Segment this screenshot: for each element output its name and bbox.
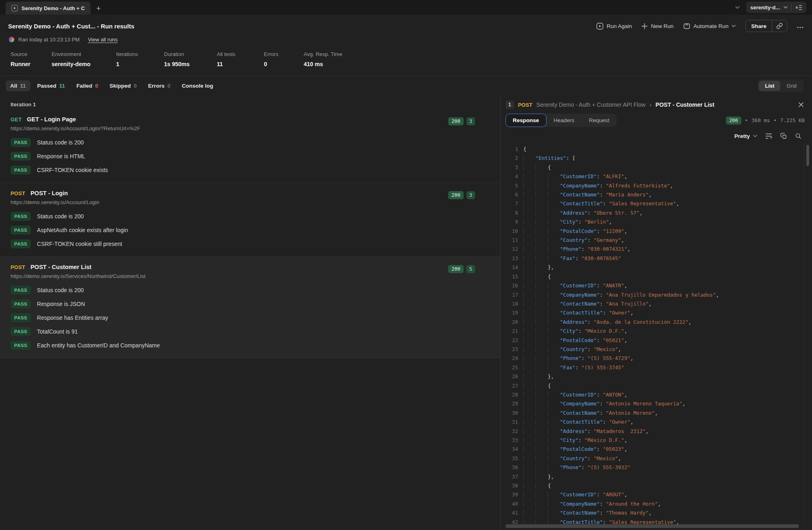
- code-line: 27 {: [501, 381, 812, 390]
- code-text: "CustomerID": "ANTON",: [523, 390, 627, 399]
- stat-label: Environment: [52, 51, 116, 57]
- code-text: "Country": "Mexico",: [523, 345, 621, 354]
- chevron-down-icon: [732, 25, 736, 27]
- line-number: 27: [501, 381, 523, 390]
- line-number: 2: [501, 154, 523, 163]
- stat-column: Avg. Resp. Time410 ms: [304, 51, 369, 67]
- stat-column: All tests11: [217, 51, 264, 67]
- status-code-badge: 200: [448, 117, 464, 125]
- line-number: 18: [501, 299, 523, 308]
- request-header: GETGET - Login Page: [11, 116, 492, 123]
- code-text: "PostalCode": "05021",: [523, 336, 627, 345]
- filter-console-log[interactable]: Console log: [177, 80, 218, 91]
- line-number: 41: [501, 508, 523, 517]
- line-number: 16: [501, 281, 523, 290]
- horizontal-scrollbar-thumb[interactable]: [505, 524, 799, 528]
- divider: [791, 4, 792, 11]
- request-result[interactable]: POSTPOST - Login2003https://demo.serenit…: [0, 183, 500, 256]
- line-number: 31: [501, 418, 523, 427]
- line-number: 39: [501, 490, 523, 499]
- more-options-icon[interactable]: ...: [797, 22, 804, 30]
- line-number: 13: [501, 254, 523, 263]
- code-text: "ContactName": "Antonio Moreno",: [523, 409, 658, 418]
- request-result[interactable]: GETGET - Login Page2003https://demo.sere…: [0, 109, 500, 183]
- test-name: Response is HTML: [37, 153, 85, 159]
- test-name: AspNetAuth cookie exists after login: [37, 227, 128, 233]
- line-number: 6: [501, 190, 523, 199]
- filter-passed[interactable]: Passed11: [33, 80, 70, 91]
- vertical-scrollbar-thumb[interactable]: [806, 145, 809, 166]
- code-text: "PostalCode": "12209",: [523, 227, 627, 236]
- status-code-badge: 200: [726, 116, 741, 125]
- filter-count: 0: [134, 83, 137, 89]
- automate-icon: [683, 23, 690, 30]
- workspace-selector[interactable]: serenity-d...: [746, 2, 806, 13]
- view-option-grid[interactable]: Grid: [780, 81, 803, 91]
- new-tab-button[interactable]: +: [96, 4, 101, 12]
- tab-headers[interactable]: Headers: [546, 114, 582, 127]
- test-count-badge: 3: [466, 191, 475, 199]
- search-icon[interactable]: [795, 133, 801, 139]
- code-line: 30 "ContactName": "Antonio Moreno",: [501, 409, 812, 418]
- breadcrumb-request-name: POST - Customer List: [656, 101, 715, 108]
- view-all-runs-link[interactable]: View all runs: [88, 37, 117, 43]
- code-line: 6 "ContactName": "Maria Anders",: [501, 190, 812, 199]
- format-label: Pretty: [734, 133, 750, 139]
- stat-column: Environmentserenity-demo: [52, 51, 116, 67]
- copy-link-icon[interactable]: [772, 23, 787, 29]
- filter-skipped[interactable]: Skipped0: [105, 80, 141, 91]
- filter-count: 11: [20, 83, 26, 89]
- stat-label: Source: [11, 51, 52, 57]
- wrap-text-icon[interactable]: [765, 133, 772, 139]
- tab-request[interactable]: Request: [582, 114, 617, 127]
- code-text: "City": "México D.F.",: [523, 436, 627, 445]
- code-text: "ContactTitle": "Sales Representative",: [523, 199, 679, 208]
- line-number: 36: [501, 463, 523, 472]
- vertical-scrollbar[interactable]: [803, 143, 812, 524]
- test-assertion: PASSAspNetAuth cookie exists after login: [11, 226, 492, 235]
- pass-badge: PASS: [11, 152, 31, 161]
- tab-response[interactable]: Response: [505, 114, 546, 127]
- test-assertion: PASSStatus code is 200: [11, 138, 492, 147]
- pass-badge: PASS: [11, 166, 31, 175]
- request-result[interactable]: POSTPOST - Customer List2005https://demo…: [0, 256, 500, 358]
- request-url: https://demo.serenity.is/Services/Northw…: [11, 273, 492, 279]
- line-number: 23: [501, 345, 523, 354]
- response-tabs: ResponseHeadersRequest: [505, 114, 617, 127]
- code-text: {: [523, 163, 551, 172]
- close-icon[interactable]: [797, 101, 805, 108]
- automate-run-button[interactable]: Automate Run: [683, 23, 736, 30]
- filter-failed[interactable]: Failed0: [72, 80, 103, 91]
- code-text: "CustomerID": "ALFKI",: [523, 172, 627, 181]
- request-url: https://demo.serenity.is/Account/Login/?…: [11, 125, 492, 131]
- stat-value: 410 ms: [304, 61, 369, 67]
- format-select[interactable]: Pretty: [734, 133, 757, 139]
- filter-all[interactable]: All11: [6, 80, 30, 91]
- line-number: 20: [501, 318, 523, 327]
- stat-column: Iterations1: [116, 51, 164, 67]
- code-line: 21 "City": "México D.F.",: [501, 327, 812, 336]
- copy-icon[interactable]: [780, 133, 787, 139]
- run-stats: SourceRunnerEnvironmentserenity-demoIter…: [0, 46, 812, 75]
- code-line: 41 "ContactName": "Thomas Hardy",: [501, 508, 812, 517]
- code-text: "CompanyName": "Antonio Moreno Taquería"…: [523, 399, 685, 408]
- line-number: 33: [501, 436, 523, 445]
- environment-quick-look-icon[interactable]: [795, 4, 802, 11]
- code-line: 5 "CompanyName": "Alfreds Futterkiste",: [501, 181, 812, 190]
- code-line: 23 "Country": "Mexico",: [501, 345, 812, 354]
- filter-errors[interactable]: Errors0: [144, 80, 175, 91]
- share-button[interactable]: Share: [746, 23, 772, 29]
- test-name: Each entity has CustomerID and CompanyNa…: [37, 342, 160, 349]
- line-number: 25: [501, 363, 523, 372]
- open-tab[interactable]: Serenity Demo - Auth + C: [6, 2, 91, 15]
- request-list: GETGET - Login Page2003https://demo.sere…: [0, 109, 500, 358]
- new-run-button[interactable]: New Run: [641, 23, 674, 29]
- chevron-down-icon[interactable]: [735, 6, 740, 9]
- code-text: "Fax": "030-0076545": [523, 254, 621, 263]
- view-option-list[interactable]: List: [759, 81, 780, 91]
- response-body-viewer[interactable]: 1{2 "Entities": [3 {4 "CustomerID": "ALF…: [501, 143, 812, 530]
- breadcrumb-flow-name[interactable]: Serenity Demo - Auth + Customer API Flow: [536, 101, 646, 108]
- line-number: 37: [501, 472, 523, 481]
- run-again-button[interactable]: Run Again: [596, 23, 632, 30]
- response-meta: 200 • 360 ms • 7.225 KB: [726, 116, 805, 125]
